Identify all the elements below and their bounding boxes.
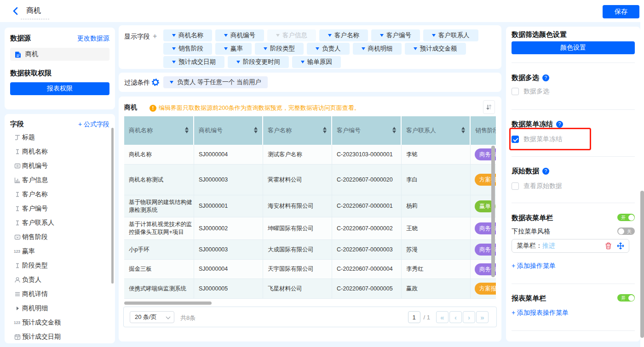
column-header-label: 客户联系人 xyxy=(406,126,436,135)
menu-item-row[interactable]: 菜单栏： 推进 xyxy=(512,239,629,253)
report-menu-toggle[interactable]: 开 xyxy=(617,294,635,301)
display-field-chip[interactable]: 负责人 xyxy=(307,43,350,55)
add-report-menu-link[interactable]: + 添加报表操作菜单 xyxy=(512,309,569,317)
field-item-label: 商机详情 xyxy=(22,290,48,298)
column-header[interactable]: 客户名称 xyxy=(263,116,332,145)
field-item[interactable]: 商机编号 xyxy=(5,159,115,173)
display-field-chip[interactable]: 阶段类型 xyxy=(255,43,304,55)
table-row[interactable]: 商机名称测试SJ0000003蓂霍材料公司C-20220607-0000020李… xyxy=(124,165,496,195)
field-item[interactable]: 客户名称 xyxy=(5,187,115,201)
display-field-chip[interactable]: 商机编号 xyxy=(215,29,264,41)
field-item[interactable]: 123赢率 xyxy=(5,244,115,258)
field-item[interactable]: 销售阶段 xyxy=(5,230,115,244)
table-cell: 便携式哮喘病监测系统 xyxy=(124,279,194,299)
report-permission-button[interactable]: 报表权限 xyxy=(10,82,109,95)
table-sort-button[interactable] xyxy=(483,100,495,114)
filter-settings-gear-icon[interactable] xyxy=(152,79,159,86)
table-row[interactable]: 便携式哮喘病监测系统SJ0000005飞星材料公司C-20220607-0000… xyxy=(124,279,496,299)
top-header: 商机 保存 xyxy=(0,0,644,22)
table-row[interactable]: 掘金三板SJ0000004天宇国际有限公司C-20220607-0000004李… xyxy=(124,260,496,279)
display-field-chip[interactable]: 输单原因 xyxy=(292,56,341,68)
permission-title: 数据获取权限 xyxy=(10,69,52,78)
change-datasource-link[interactable]: 更改数据源 xyxy=(77,34,109,43)
help-icon[interactable]: ? xyxy=(542,74,549,81)
column-header[interactable]: 商机编号 xyxy=(194,116,263,145)
display-field-chip[interactable]: 客户名称 xyxy=(319,29,368,41)
column-header-label: 销售阶段 xyxy=(475,126,496,135)
column-header[interactable]: 客户联系人 xyxy=(402,116,471,145)
field-item[interactable]: 商机详情 xyxy=(5,287,115,301)
datasource-item[interactable]: 商机 xyxy=(10,48,109,61)
field-item[interactable]: 预计成交日期 xyxy=(5,330,115,344)
column-header[interactable]: 客户编号 xyxy=(332,116,402,145)
field-item[interactable]: 商机名称 xyxy=(5,144,115,159)
number-icon: 123 xyxy=(14,248,21,255)
delete-icon[interactable] xyxy=(605,242,612,250)
display-field-chip[interactable]: 商机明细 xyxy=(353,43,402,55)
freeze-option[interactable]: 数据菜单冻结 xyxy=(512,135,562,143)
display-field-chip[interactable]: 阶段变更时间 xyxy=(228,56,289,68)
page-scrollbar-thumb[interactable] xyxy=(640,191,644,338)
sort-icon[interactable] xyxy=(254,127,258,133)
page-size-select[interactable]: 20 条/页 xyxy=(130,311,174,323)
display-field-chip[interactable]: 预计成交日期 xyxy=(163,56,224,68)
prev-page-button[interactable]: ‹ xyxy=(449,311,462,323)
display-field-chip[interactable]: 商机名称 xyxy=(163,29,212,41)
raw-data-checkbox[interactable] xyxy=(512,182,519,190)
display-field-chip[interactable]: 客户编号 xyxy=(371,29,420,41)
table-horizontal-scrollbar[interactable] xyxy=(124,301,212,305)
raw-data-option[interactable]: 查看原始数据 xyxy=(512,182,562,190)
display-field-chip[interactable]: 预计成交金额 xyxy=(405,43,466,55)
page-number-input[interactable]: 1 xyxy=(408,311,420,323)
field-item[interactable]: 客户信息 xyxy=(5,173,115,187)
help-icon[interactable]: ? xyxy=(542,168,549,175)
table-row[interactable]: 小p手环SJ0000003大成国际有限公司C-20220607-0000003苏… xyxy=(124,240,496,260)
move-icon[interactable] xyxy=(617,242,624,250)
column-header[interactable]: 商机名称 xyxy=(124,116,194,145)
first-page-button[interactable]: « xyxy=(436,311,448,323)
last-page-button[interactable]: » xyxy=(476,311,489,323)
field-item[interactable]: 123预计成交金额 xyxy=(5,315,115,330)
display-field-chip[interactable]: 客户信息 xyxy=(267,29,316,41)
table-menu-toggle[interactable]: 开 xyxy=(617,214,635,221)
chip-label: 阶段变更时间 xyxy=(243,56,280,68)
divider xyxy=(512,156,635,157)
field-item[interactable]: 客户联系人 xyxy=(5,216,115,230)
table-row[interactable]: 基于物联网的建筑结构健康检测系统SJ0000001海安材料有限公司C-20220… xyxy=(124,195,496,217)
field-item[interactable]: 商机明细 xyxy=(5,301,115,315)
formula-field-link[interactable]: + 公式字段 xyxy=(78,120,109,129)
add-display-field-icon[interactable]: + xyxy=(153,32,157,40)
add-menu-link[interactable]: + 添加操作菜单 xyxy=(512,262,556,270)
sort-icon[interactable] xyxy=(461,127,465,133)
display-field-chip[interactable]: 客户联系人 xyxy=(423,29,478,41)
filter-condition-chip[interactable]: 负责人 等于任意一个 当前用户 xyxy=(163,76,268,88)
chip-label: 客户编号 xyxy=(386,29,411,41)
sort-icon[interactable] xyxy=(323,127,327,133)
chevron-down-icon xyxy=(166,315,171,319)
field-item[interactable]: 客户编号 xyxy=(5,201,115,216)
table-row[interactable]: 商机名称SJ0000004测试客户名称C-20230103-0000001李铭商… xyxy=(124,145,496,165)
next-page-button[interactable]: › xyxy=(463,311,475,323)
back-icon[interactable] xyxy=(12,6,19,16)
table-vertical-scrollbar[interactable] xyxy=(491,146,495,277)
field-item[interactable]: 负责人 xyxy=(5,273,115,287)
table-row[interactable]: 基于计算机视觉技术的监控摄像头互联网+项目SJ0000002坤曜国际有限公司C-… xyxy=(124,217,496,240)
color-settings-button[interactable]: 颜色设置 xyxy=(512,41,635,54)
datasource-title: 数据源 xyxy=(10,34,31,43)
multi-select-option[interactable]: 数据多选 xyxy=(512,87,549,96)
field-item[interactable]: 阶段类型 xyxy=(5,258,115,273)
sort-icon[interactable] xyxy=(392,127,396,133)
save-button[interactable]: 保存 xyxy=(603,5,639,18)
multi-select-checkbox[interactable] xyxy=(512,88,519,95)
display-field-chip[interactable]: 赢率 xyxy=(215,43,252,55)
display-field-chip[interactable]: 销售阶段 xyxy=(163,43,212,55)
field-item-label: 商机编号 xyxy=(22,162,48,170)
column-header[interactable]: 销售阶段 xyxy=(471,116,496,145)
field-item[interactable]: 标题 xyxy=(5,130,115,144)
dropdown-style-toggle[interactable]: 关 xyxy=(617,228,635,235)
sort-icon[interactable] xyxy=(185,127,189,133)
freeze-checkbox[interactable] xyxy=(512,136,519,143)
fields-scrollbar[interactable] xyxy=(111,128,114,284)
help-icon[interactable]: ? xyxy=(556,121,563,128)
page-scrollbar[interactable] xyxy=(640,22,644,347)
